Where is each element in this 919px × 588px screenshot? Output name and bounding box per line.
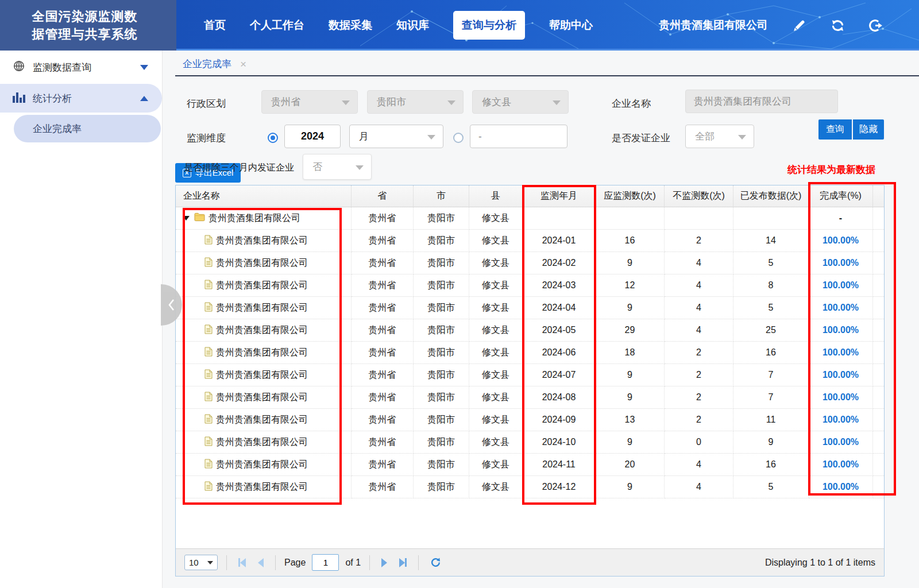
- province-select[interactable]: 贵州省: [261, 90, 358, 114]
- cell-month: 2024-04: [523, 297, 596, 319]
- col-province[interactable]: 省: [352, 185, 414, 207]
- document-icon: [204, 481, 213, 493]
- completion-rate-link[interactable]: 100.00%: [809, 476, 873, 498]
- bar-chart-icon: [13, 91, 25, 105]
- document-icon: [204, 436, 213, 448]
- tree-leaf-node[interactable]: 贵州贵酒集团有限公司: [176, 476, 352, 498]
- completion-rate-link[interactable]: 100.00%: [809, 297, 873, 319]
- nav-item-data-collection[interactable]: 数据采集: [329, 18, 372, 33]
- document-icon: [204, 347, 213, 359]
- tree-leaf-node[interactable]: 贵州贵酒集团有限公司: [176, 386, 352, 409]
- col-city[interactable]: 市: [414, 185, 469, 207]
- period-value: 月: [359, 130, 369, 143]
- app-title: 全国污染源监测数据管理与共享系统: [32, 7, 145, 43]
- sidebar-item-statistical-analysis[interactable]: 统计分析: [0, 84, 162, 113]
- prev-page-button[interactable]: [255, 558, 267, 567]
- completion-rate-link[interactable]: 100.00%: [809, 274, 873, 297]
- page-size-select[interactable]: 10: [184, 555, 218, 570]
- col-not-monitored[interactable]: 不监测数(次): [665, 185, 733, 207]
- cell-city: 贵阳市: [414, 476, 469, 498]
- cell-due: 9: [596, 431, 665, 454]
- cell-published: 7: [733, 364, 809, 386]
- county-value: 修文县: [482, 95, 511, 109]
- page-number-input[interactable]: [312, 554, 339, 571]
- tree-leaf-node[interactable]: 贵州贵酒集团有限公司: [176, 252, 352, 274]
- tree-leaf-node[interactable]: 贵州贵酒集团有限公司: [176, 342, 352, 364]
- cell-not-monitored: 4: [665, 297, 733, 319]
- tab-enterprise-completion-rate[interactable]: 企业完成率 ×: [183, 57, 246, 71]
- completion-rate-link[interactable]: 100.00%: [809, 319, 873, 342]
- year-input[interactable]: [284, 125, 341, 148]
- cell-month: 2024-07: [523, 364, 596, 386]
- last-page-button[interactable]: [396, 558, 410, 567]
- tree-leaf-node[interactable]: 贵州贵酒集团有限公司: [176, 319, 352, 342]
- tree-leaf-node[interactable]: 贵州贵酒集团有限公司: [176, 274, 352, 297]
- search-button[interactable]: 查询: [818, 119, 852, 140]
- nav-item-knowledge-base[interactable]: 知识库: [396, 18, 429, 33]
- completion-rate-link[interactable]: 100.00%: [809, 230, 873, 252]
- col-month[interactable]: 监测年月: [523, 185, 596, 207]
- col-rate[interactable]: 完成率(%): [809, 185, 873, 207]
- tree-leaf-node[interactable]: 贵州贵酒集团有限公司: [176, 454, 352, 476]
- cell-spacer: [873, 252, 884, 274]
- nav-item-help-center[interactable]: 帮助中心: [549, 18, 593, 33]
- tree-leaf-node[interactable]: 贵州贵酒集团有限公司: [176, 364, 352, 386]
- col-published[interactable]: 已发布数据(次): [733, 185, 809, 207]
- completion-rate-link[interactable]: 100.00%: [809, 386, 873, 409]
- cell-month: 2024-09: [523, 409, 596, 431]
- completion-rate-link[interactable]: 100.00%: [809, 409, 873, 431]
- exclude-select[interactable]: 否: [303, 154, 372, 180]
- tree-leaf-node[interactable]: 贵州贵酒集团有限公司: [176, 431, 352, 454]
- completion-rate-link[interactable]: 100.00%: [809, 342, 873, 364]
- nav-item-home[interactable]: 首页: [204, 18, 226, 33]
- chevron-down-icon: [207, 561, 213, 564]
- cell-county: 修文县: [469, 207, 523, 230]
- col-company[interactable]: 企业名称: [176, 185, 352, 207]
- tree-parent-node[interactable]: 贵州贵酒集团有限公司: [176, 207, 352, 230]
- tree-leaf-node[interactable]: 贵州贵酒集团有限公司: [176, 409, 352, 431]
- county-select[interactable]: 修文县: [472, 90, 569, 114]
- company-label: 企业名称: [612, 97, 651, 110]
- tree-leaf-node[interactable]: 贵州贵酒集团有限公司: [176, 297, 352, 319]
- edit-pencil-icon[interactable]: [792, 18, 806, 33]
- reload-icon[interactable]: [427, 557, 444, 568]
- document-icon: [204, 369, 213, 381]
- cell-not-monitored: 4: [665, 476, 733, 498]
- nav-item-query-analysis[interactable]: 查询与分析: [453, 11, 525, 40]
- logout-icon[interactable]: [869, 18, 883, 33]
- city-select[interactable]: 贵阳市: [367, 90, 464, 114]
- cell-published: 9: [733, 431, 809, 454]
- region-label: 行政区划: [187, 97, 226, 110]
- cell-spacer: [873, 386, 884, 409]
- company-name: 贵州贵酒集团有限公司: [216, 280, 308, 292]
- tree-collapse-icon[interactable]: [183, 216, 190, 220]
- licensed-select[interactable]: 全部: [685, 125, 754, 148]
- col-due[interactable]: 应监测数(次): [596, 185, 665, 207]
- close-icon[interactable]: ×: [240, 59, 246, 69]
- first-page-button[interactable]: [235, 558, 249, 567]
- completion-rate-link[interactable]: 100.00%: [809, 454, 873, 476]
- completion-rate-link[interactable]: 100.00%: [809, 364, 873, 386]
- cell-due: 13: [596, 409, 665, 431]
- completion-rate-link[interactable]: 100.00%: [809, 252, 873, 274]
- nav-item-workbench[interactable]: 个人工作台: [250, 18, 304, 33]
- refresh-icon[interactable]: [831, 18, 845, 33]
- cell-province: 贵州省: [352, 431, 414, 454]
- tree-leaf-node[interactable]: 贵州贵酒集团有限公司: [176, 230, 352, 252]
- period-select[interactable]: 月: [349, 125, 443, 148]
- company-input[interactable]: [685, 90, 838, 113]
- cell-city: 贵阳市: [414, 454, 469, 476]
- table-body: 贵州贵酒集团有限公司 贵州省 贵阳市 修文县 -: [176, 207, 884, 498]
- range-dimension-radio[interactable]: [453, 133, 464, 143]
- col-county[interactable]: 县: [469, 185, 523, 207]
- next-page-button[interactable]: [379, 558, 390, 567]
- hide-button[interactable]: 隐藏: [853, 119, 884, 140]
- cell-spacer: [873, 207, 884, 230]
- completion-rate-link[interactable]: 100.00%: [809, 431, 873, 454]
- date-range-input[interactable]: [470, 125, 567, 148]
- cell-city: 贵阳市: [414, 207, 469, 230]
- cell-spacer: [873, 364, 884, 386]
- month-dimension-radio[interactable]: [268, 133, 278, 143]
- sidebar-item-monitoring-data-query[interactable]: 监测数据查询: [0, 53, 162, 82]
- sidebar-subitem-enterprise-completion-rate[interactable]: 企业完成率: [14, 115, 161, 142]
